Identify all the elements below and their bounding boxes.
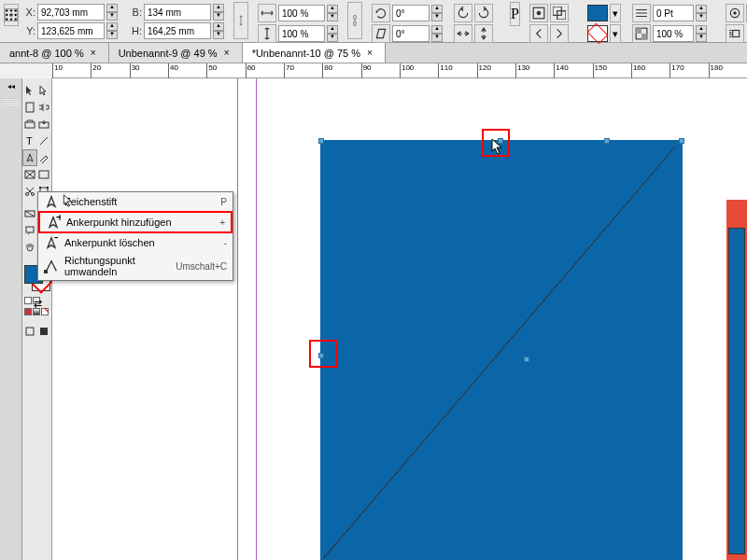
content-collector-tool[interactable]	[22, 116, 37, 133]
link-scale-icon[interactable]	[347, 2, 362, 39]
paragraph-icon[interactable]: P	[510, 2, 520, 26]
hand-tool[interactable]	[22, 239, 37, 256]
selection-tool[interactable]	[22, 82, 37, 99]
rectangle-frame-tool[interactable]	[22, 166, 37, 183]
rotate-cw-icon[interactable]	[474, 4, 493, 22]
menu-item-add-anchor[interactable]: + Ankerpunkt hinzufügen +	[38, 211, 233, 233]
effects-icon[interactable]	[726, 4, 744, 22]
w-stepper[interactable]: ▲▼	[213, 4, 224, 21]
svg-point-32	[47, 187, 49, 189]
pencil-tool[interactable]	[37, 149, 51, 166]
apply-color-icon[interactable]	[24, 308, 32, 315]
w-input[interactable]	[144, 4, 211, 21]
svg-rect-37	[26, 227, 34, 232]
opacity-icon	[632, 24, 651, 43]
panel-collapse-strip[interactable]: ◂◂	[0, 78, 22, 560]
property-bar: X: ▲▼ Y: ▲▼ B: ▲▼ H: ▲▼ ▲▼	[0, 0, 747, 43]
menu-item-convert-point[interactable]: Richtungspunkt umwandeln Umschalt+C	[38, 252, 233, 280]
text-wrap-icon[interactable]	[726, 24, 744, 43]
rotate-input[interactable]	[392, 5, 430, 21]
pen-tool[interactable]	[22, 149, 37, 166]
svg-point-9	[15, 19, 17, 21]
anchor-handle[interactable]	[524, 357, 529, 362]
select-container-icon[interactable]	[529, 4, 548, 22]
x-stepper[interactable]: ▲▼	[106, 4, 118, 21]
menu-shortcut: -	[224, 238, 227, 248]
tab-label: *Unbenannt-10 @ 75 %	[252, 48, 360, 59]
scale-y-input[interactable]	[278, 25, 325, 42]
h-stepper[interactable]: ▲▼	[213, 22, 224, 39]
y-stepper[interactable]: ▲▼	[106, 22, 118, 39]
gradient-swatch-tool[interactable]	[22, 205, 37, 222]
y-input[interactable]	[37, 22, 105, 39]
scale-x-icon	[258, 4, 276, 22]
scale-x-input[interactable]	[278, 5, 325, 21]
rectangle-tool[interactable]	[37, 166, 52, 183]
tab-label: annt-8 @ 100 %	[9, 48, 84, 59]
x-input[interactable]	[37, 4, 105, 21]
rot-stepper[interactable]: ▲▼	[431, 5, 443, 21]
shear-input[interactable]	[392, 25, 430, 42]
ruler-tick: 170	[669, 63, 708, 78]
gap-tool[interactable]	[37, 99, 52, 116]
line-tool[interactable]	[37, 133, 52, 149]
apply-gradient-icon[interactable]	[33, 308, 40, 315]
preview-view-icon[interactable]	[37, 323, 52, 340]
tab-doc-1[interactable]: annt-8 @ 100 %×	[0, 43, 109, 63]
h-input[interactable]	[144, 22, 211, 39]
stroke-weight-icon	[632, 4, 651, 22]
guide-line[interactable]	[256, 78, 257, 560]
scissors-tool[interactable]	[22, 183, 37, 200]
close-icon[interactable]: ×	[88, 48, 99, 59]
ruler-tick: 70	[284, 63, 322, 78]
ruler-tick: 40	[168, 63, 206, 78]
content-placer-tool[interactable]	[37, 116, 52, 133]
stroke-input[interactable]	[653, 5, 694, 21]
select-prev-icon[interactable]	[529, 24, 548, 43]
ruler-tick: 100	[400, 63, 438, 78]
flip-h-icon[interactable]	[454, 24, 472, 43]
select-content-icon[interactable]	[550, 4, 569, 22]
rotate-ccw-icon[interactable]	[454, 4, 472, 22]
menu-label: Zeichenstift	[64, 196, 215, 207]
tab-doc-2[interactable]: Unbenannt-9 @ 49 %×	[109, 43, 243, 63]
anchor-handle[interactable]	[604, 138, 610, 144]
close-icon[interactable]: ×	[221, 48, 233, 59]
ruler-tick: 160	[631, 63, 669, 78]
ruler-tick: 50	[206, 63, 245, 78]
apply-none-icon[interactable]	[41, 308, 49, 315]
stroke-swatch[interactable]	[587, 25, 608, 42]
svg-rect-10	[354, 15, 357, 19]
note-tool[interactable]	[22, 222, 37, 239]
type-tool[interactable]: T	[22, 133, 37, 149]
anchor-handle[interactable]	[679, 138, 684, 144]
close-icon[interactable]: ×	[364, 48, 375, 59]
reference-point-icon[interactable]	[4, 4, 19, 26]
guide-line[interactable]	[237, 78, 238, 560]
svg-rect-18	[641, 34, 647, 39]
w-label: B:	[129, 7, 142, 18]
canvas[interactable]	[52, 78, 747, 560]
opacity-stepper[interactable]: ▲▼	[696, 25, 707, 42]
select-next-icon[interactable]	[550, 24, 569, 43]
normal-view-icon[interactable]	[22, 323, 37, 340]
scale-y-stepper[interactable]: ▲▼	[327, 25, 338, 42]
fill-swatch[interactable]	[587, 5, 608, 21]
horizontal-ruler[interactable]: 1020304050607080901001101201301401501601…	[52, 63, 747, 78]
fill-dropdown-icon[interactable]: ▾	[610, 4, 621, 22]
scale-x-stepper[interactable]: ▲▼	[327, 5, 338, 21]
default-fill-icon[interactable]	[24, 297, 32, 304]
opacity-input[interactable]	[653, 25, 694, 42]
tab-doc-3[interactable]: *Unbenannt-10 @ 75 %×	[243, 43, 386, 63]
shear-stepper[interactable]: ▲▼	[431, 25, 443, 42]
flip-v-icon[interactable]	[474, 24, 493, 43]
page-tool[interactable]	[22, 99, 37, 116]
svg-point-7	[6, 19, 7, 21]
constrain-icon[interactable]	[233, 2, 248, 39]
stroke-stepper[interactable]: ▲▼	[696, 5, 707, 21]
menu-item-delete-anchor[interactable]: - Ankerpunkt löschen -	[38, 233, 233, 252]
swap-fill-stroke-icon[interactable]: ⇄	[33, 297, 40, 304]
direct-selection-tool[interactable]	[37, 82, 52, 99]
stroke-dropdown-icon[interactable]: ▾	[610, 24, 621, 43]
anchor-handle[interactable]	[318, 138, 324, 144]
